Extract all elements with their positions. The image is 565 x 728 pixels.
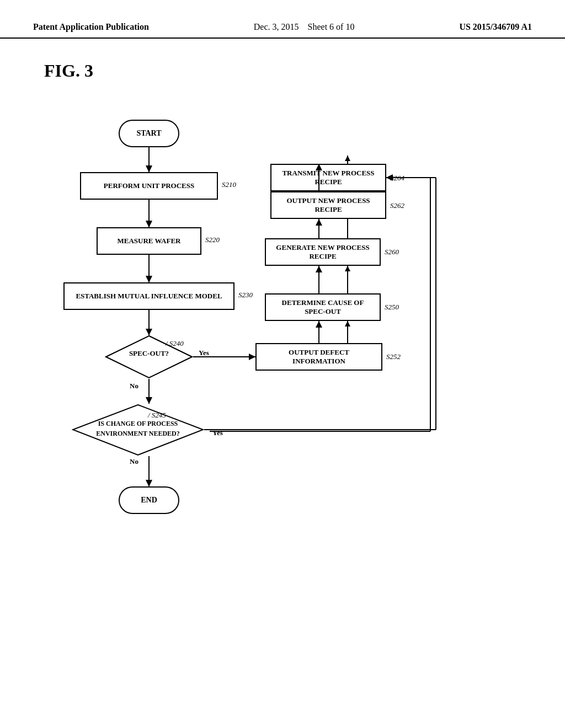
svg-text:ENVIRONMENT NEEDED?: ENVIRONMENT NEEDED? (96, 430, 179, 437)
step-s220: S220 (205, 235, 220, 244)
svg-marker-19 (345, 321, 350, 326)
flowchart-diagram: START PERFORM UNIT PROCESS S210 MEASURE … (0, 92, 565, 699)
start-node: START (119, 120, 179, 147)
figure-label: FIG. 3 (0, 39, 565, 81)
step-s252: S250 (385, 303, 399, 312)
svg-marker-40 (249, 354, 255, 360)
svg-text:IS CHANGE OF PROCESS: IS CHANGE OF PROCESS (98, 420, 178, 427)
step-s262: S262 (390, 201, 404, 210)
box-s260: GENERATE NEW PROCESS RECIPE (265, 238, 381, 266)
svg-marker-11 (146, 398, 152, 404)
step-s230: S230 (238, 291, 253, 299)
svg-marker-42 (146, 397, 152, 404)
publication-label: Patent Application Publication (33, 22, 149, 32)
start-label: START (136, 129, 161, 138)
box-s210: PERFORM UNIT PROCESS (80, 172, 218, 200)
end-node: END (119, 486, 179, 514)
date-sheet-label: Dec. 3, 2015 Sheet 6 of 10 (254, 22, 355, 32)
date-label: Dec. 3, 2015 (254, 22, 299, 31)
svg-marker-50 (316, 321, 322, 328)
svg-marker-25 (345, 156, 350, 161)
svg-marker-3 (146, 222, 152, 227)
svg-marker-7 (146, 329, 152, 335)
s245-no-label: No (130, 457, 138, 466)
step-s250: S252 (386, 352, 401, 361)
patent-number: US 2015/346709 A1 (459, 22, 532, 32)
box-s220: MEASURE WAFER (97, 227, 201, 255)
s245-yes-label: Yes (212, 429, 223, 437)
box-s252: DETERMINE CAUSE OF SPEC-OUT (265, 293, 381, 321)
step-s264: S264 (390, 174, 404, 183)
step-s245: / S245 (148, 411, 166, 420)
svg-marker-17 (146, 481, 152, 486)
svg-marker-36 (146, 276, 152, 282)
svg-marker-5 (146, 277, 152, 282)
svg-marker-32 (146, 165, 152, 172)
s240-no-label: No (130, 382, 138, 390)
box-s262: OUTPUT NEW PROCESS RECIPE (270, 191, 386, 219)
end-label: END (141, 496, 157, 505)
svg-text:SPEC-OUT?: SPEC-OUT? (129, 349, 169, 357)
s240-yes-label: Yes (199, 349, 209, 357)
page-header: Patent Application Publication Dec. 3, 2… (0, 0, 565, 39)
diamond-s245: IS CHANGE OF PROCESS ENVIRONMENT NEEDED? (72, 404, 204, 456)
svg-marker-21 (345, 266, 350, 271)
svg-marker-52 (316, 266, 322, 272)
svg-marker-1 (146, 167, 152, 172)
step-s260: S260 (385, 248, 399, 256)
step-s240: / S240 (166, 339, 184, 348)
box-s264: TRANSMIT NEW PROCESS RECIPE (270, 164, 386, 191)
box-s230: ESTABLISH MUTUAL INFLUENCE MODEL (63, 282, 234, 310)
svg-marker-34 (146, 221, 152, 227)
svg-marker-54 (316, 219, 322, 226)
sheet-label: Sheet 6 of 10 (308, 22, 355, 31)
step-s210: S210 (222, 180, 236, 189)
svg-marker-44 (146, 480, 152, 486)
box-s250: OUTPUT DEFECT INFORMATION (255, 343, 382, 371)
